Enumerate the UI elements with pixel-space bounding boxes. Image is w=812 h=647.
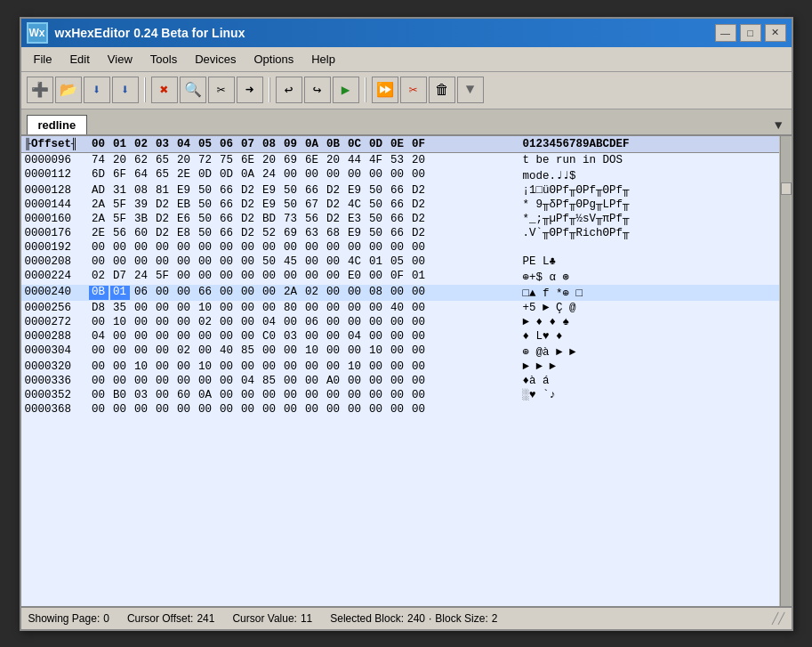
hex-byte[interactable]: 24 (260, 168, 279, 182)
hex-byte[interactable]: 00 (324, 344, 343, 359)
hex-byte[interactable]: 66 (217, 213, 237, 225)
hex-byte[interactable]: 50 (366, 227, 386, 239)
hex-byte[interactable]: 00 (196, 403, 215, 416)
hex-byte[interactable]: D2 (238, 184, 258, 197)
hex-byte[interactable]: 50 (366, 198, 386, 211)
toolbar-btn-open[interactable]: 📂 (55, 77, 82, 103)
hex-byte[interactable]: 00 (174, 375, 194, 387)
hex-row[interactable]: 00001126D6F64652E0D0D0A2400000000000000m… (21, 167, 779, 183)
close-button[interactable]: ✕ (765, 24, 786, 42)
hex-byte[interactable]: 66 (388, 198, 407, 211)
hex-byte[interactable]: 00 (409, 330, 429, 343)
hex-byte[interactable]: D2 (409, 227, 429, 239)
hex-byte[interactable]: 00 (324, 286, 343, 300)
hex-byte[interactable]: AD (89, 184, 109, 197)
hex-byte[interactable]: 60 (174, 389, 194, 401)
hex-byte[interactable]: 00 (281, 316, 301, 328)
hex-byte[interactable]: 00 (238, 360, 258, 373)
hex-byte[interactable]: 50 (260, 255, 279, 268)
hex-byte[interactable]: 00 (345, 302, 365, 314)
hex-byte[interactable]: 00 (196, 270, 215, 284)
hex-byte[interactable]: 00 (153, 375, 173, 387)
hex-row[interactable]: 00001762E5660D2E85066D252696368E95066D2.… (21, 226, 779, 240)
hex-byte[interactable]: 00 (153, 302, 173, 314)
toolbar-btn-scissors-search[interactable]: ✂ (208, 77, 235, 103)
hex-byte[interactable]: 00 (260, 403, 279, 416)
hex-byte[interactable]: 50 (196, 184, 215, 197)
hex-byte[interactable]: 66 (388, 213, 407, 225)
hex-byte[interactable]: 08 (366, 286, 386, 300)
hex-byte[interactable]: 00 (388, 375, 407, 387)
hex-byte[interactable]: 50 (281, 198, 301, 211)
hex-byte[interactable]: 00 (132, 330, 151, 343)
tab-redline[interactable]: redline (27, 115, 88, 134)
hex-byte[interactable]: 00 (260, 241, 279, 254)
hex-byte[interactable]: 00 (238, 403, 258, 416)
hex-byte[interactable]: 00 (366, 270, 386, 284)
hex-byte[interactable]: 00 (388, 241, 407, 254)
hex-byte[interactable]: 00 (153, 344, 173, 359)
toolbar-btn-cancel[interactable]: ✖ (151, 77, 178, 103)
hex-byte[interactable]: 00 (217, 316, 237, 328)
toolbar-btn-dl1[interactable]: ⬇ (84, 77, 110, 103)
hex-row[interactable]: 000027200100000000200000400060000000000 … (21, 315, 779, 329)
hex-byte[interactable]: 20 (409, 154, 429, 166)
hex-byte[interactable]: 00 (89, 241, 109, 254)
hex-byte[interactable]: 00 (324, 302, 343, 314)
hex-byte[interactable]: 00 (217, 286, 237, 300)
hex-byte[interactable]: 00 (89, 403, 109, 416)
hex-byte[interactable]: 00 (345, 375, 365, 387)
hex-byte[interactable]: E8 (174, 227, 194, 239)
hex-byte[interactable]: 67 (302, 198, 322, 211)
hex-byte[interactable]: 63 (302, 227, 322, 239)
hex-byte[interactable]: 00 (174, 330, 194, 343)
hex-byte[interactable]: 00 (345, 241, 365, 254)
hex-byte[interactable]: 00 (281, 344, 301, 359)
hex-byte[interactable]: 00 (324, 241, 343, 254)
hex-byte[interactable]: 00 (260, 302, 279, 314)
hex-byte[interactable]: 00 (409, 316, 429, 328)
hex-byte[interactable]: 00 (345, 403, 365, 416)
hex-byte[interactable]: 00 (409, 344, 429, 359)
hex-row[interactable]: 00002080000000000000000504500004C010500 … (21, 255, 779, 269)
hex-byte[interactable]: 00 (260, 389, 279, 401)
hex-byte[interactable]: 00 (324, 360, 343, 373)
hex-byte[interactable]: 01 (409, 270, 429, 284)
hex-view[interactable]: ╟Offset╢ 000102030405060708090A0B0C0D0E0… (21, 136, 779, 606)
menu-item-help[interactable]: Help (302, 51, 344, 68)
hex-byte[interactable]: D2 (409, 184, 429, 197)
hex-byte[interactable]: 40 (388, 302, 407, 314)
hex-byte[interactable]: 00 (217, 360, 237, 373)
hex-byte[interactable]: 20 (324, 154, 343, 166)
hex-byte[interactable]: 00 (153, 241, 173, 254)
hex-row[interactable]: 00001602A5F3BD2E65066D2BD7356D2E35066D2*… (21, 212, 779, 226)
hex-byte[interactable]: 10 (132, 360, 151, 373)
hex-byte[interactable]: 35 (110, 302, 130, 314)
hex-byte[interactable]: 31 (110, 184, 130, 197)
hex-byte[interactable]: E3 (345, 213, 365, 225)
hex-byte[interactable]: 2A (281, 286, 301, 300)
menu-item-edit[interactable]: Edit (60, 51, 98, 68)
hex-byte[interactable]: 00 (153, 389, 173, 401)
hex-byte[interactable]: 3B (132, 213, 151, 225)
hex-byte[interactable]: 66 (217, 198, 237, 211)
hex-byte[interactable]: 00 (217, 389, 237, 401)
hex-byte[interactable]: 00 (132, 316, 151, 328)
hex-byte[interactable]: E9 (260, 184, 279, 197)
hex-byte[interactable]: 00 (217, 375, 237, 387)
hex-byte[interactable]: 65 (153, 168, 173, 182)
hex-byte[interactable]: E9 (345, 184, 365, 197)
hex-byte[interactable]: C0 (260, 330, 279, 343)
hex-byte[interactable]: 5F (153, 270, 173, 284)
hex-byte[interactable]: 00 (324, 389, 343, 401)
hex-byte[interactable]: 00 (366, 360, 386, 373)
hex-byte[interactable]: 00 (132, 344, 151, 359)
hex-byte[interactable]: 6E (238, 154, 258, 166)
hex-byte[interactable]: 00 (388, 403, 407, 416)
hex-byte[interactable]: 00 (132, 241, 151, 254)
hex-byte[interactable]: 00 (217, 255, 237, 268)
hex-byte[interactable]: 00 (110, 241, 130, 254)
hex-byte[interactable]: 02 (302, 286, 322, 300)
hex-byte[interactable]: 00 (324, 330, 343, 343)
hex-byte[interactable]: 00 (345, 286, 365, 300)
